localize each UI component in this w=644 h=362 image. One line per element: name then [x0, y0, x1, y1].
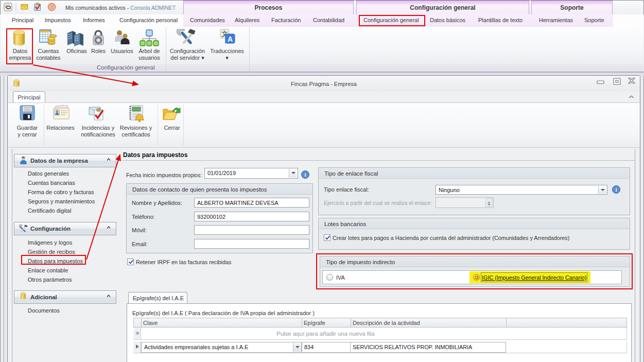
svg-text:i: i: [304, 171, 306, 178]
svg-text:A: A: [228, 35, 233, 43]
svg-text:i: i: [615, 186, 617, 193]
